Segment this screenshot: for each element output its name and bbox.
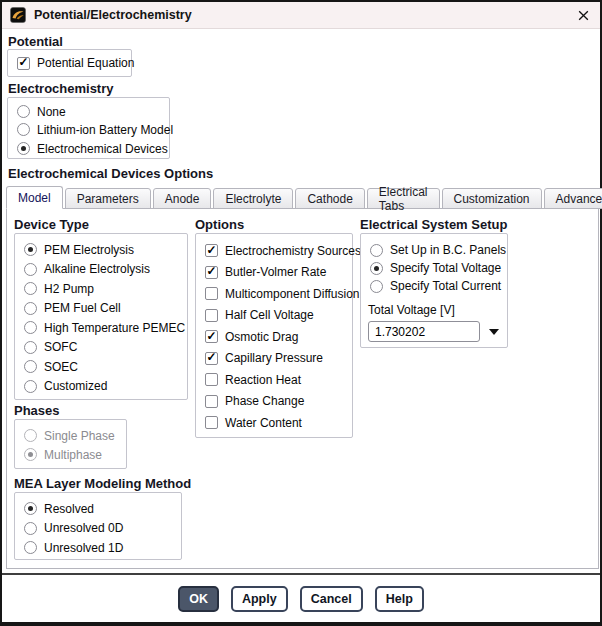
- device-option-customized[interactable]: Customized: [15, 377, 187, 397]
- device-type-groupbox: PEM Electrolysis Alkaline Electrolysis H…: [14, 233, 188, 400]
- help-button[interactable]: Help: [375, 586, 424, 612]
- total-voltage-dropdown[interactable]: [489, 329, 499, 335]
- apply-button[interactable]: Apply: [231, 586, 288, 612]
- tab-customization[interactable]: Customization: [442, 188, 542, 209]
- lithium-ion-radio[interactable]: [17, 123, 30, 136]
- total-voltage-label: Total Voltage [V]: [368, 303, 455, 317]
- specify-total-current-radio[interactable]: [370, 280, 383, 293]
- fluent-logo-icon: [10, 7, 26, 23]
- tab-advanced[interactable]: Advanced: [544, 188, 602, 209]
- total-voltage-input[interactable]: [368, 321, 480, 342]
- footer-separator: [2, 573, 600, 575]
- multicomponent-diffusion-checkbox[interactable]: [205, 287, 218, 300]
- unresolved-1d-radio[interactable]: [24, 541, 37, 554]
- specify-total-voltage-radio[interactable]: [370, 262, 383, 275]
- resolved-radio[interactable]: [24, 502, 37, 515]
- device-option-pem-fuel-cell[interactable]: PEM Fuel Cell: [15, 299, 187, 319]
- device-option-pem-electrolysis[interactable]: PEM Electrolysis: [15, 240, 187, 260]
- electrochemistry-sources-checkbox[interactable]: [205, 244, 218, 257]
- h2-pump-radio[interactable]: [24, 282, 37, 295]
- title-bar: Potential/Electrochemistry: [2, 2, 600, 29]
- phases-option-single-phase: Single Phase: [15, 426, 126, 445]
- dialog-title: Potential/Electrochemistry: [34, 8, 566, 22]
- close-icon: [577, 9, 590, 22]
- option-reaction-heat[interactable]: Reaction Heat: [196, 369, 352, 391]
- total-voltage-row: [368, 321, 500, 342]
- high-temperature-pemec-radio[interactable]: [24, 321, 37, 334]
- tab-parameters[interactable]: Parameters: [65, 188, 151, 209]
- phase-change-checkbox[interactable]: [205, 395, 218, 408]
- unresolved-0d-radio[interactable]: [24, 522, 37, 535]
- option-capillary-pressure[interactable]: Capillary Pressure: [196, 348, 352, 370]
- capillary-pressure-checkbox[interactable]: [205, 352, 218, 365]
- multiphase-radio: [24, 448, 37, 461]
- pem-fuel-cell-radio[interactable]: [24, 302, 37, 315]
- potential-electrochemistry-dialog: Potential/Electrochemistry Potential Pot…: [0, 0, 602, 626]
- footer-button-row: OK Apply Cancel Help: [2, 586, 600, 612]
- potential-equation-row[interactable]: Potential Equation: [8, 50, 131, 76]
- customized-radio[interactable]: [24, 380, 37, 393]
- potential-heading: Potential: [8, 34, 63, 49]
- bc-panels-radio[interactable]: [370, 244, 383, 257]
- device-option-soec[interactable]: SOEC: [15, 357, 187, 377]
- tab-electrical-tabs[interactable]: Electrical Tabs: [367, 188, 440, 209]
- device-option-alkaline-electrolysis[interactable]: Alkaline Electrolysis: [15, 260, 187, 280]
- reaction-heat-checkbox[interactable]: [205, 373, 218, 386]
- electrochemistry-heading: Electrochemistry: [8, 81, 114, 96]
- device-option-sofc[interactable]: SOFC: [15, 338, 187, 358]
- tab-cathode[interactable]: Cathode: [295, 188, 364, 209]
- phases-heading: Phases: [14, 403, 60, 418]
- option-osmotic-drag[interactable]: Osmotic Drag: [196, 326, 352, 348]
- electrical-system-setup-heading: Electrical System Setup: [360, 217, 507, 232]
- pem-electrolysis-radio[interactable]: [24, 243, 37, 256]
- phases-option-multiphase: Multiphase: [15, 445, 126, 464]
- chevron-down-icon: [489, 329, 499, 335]
- tab-model[interactable]: Model: [6, 186, 63, 209]
- soec-radio[interactable]: [24, 360, 37, 373]
- options-groupbox: Electrochemistry Sources Butler-Volmer R…: [195, 233, 353, 438]
- option-butler-volmer-rate[interactable]: Butler-Volmer Rate: [196, 262, 352, 284]
- device-type-heading: Device Type: [14, 217, 89, 232]
- option-multicomponent-diffusion[interactable]: Multicomponent Diffusion: [196, 283, 352, 305]
- devices-options-tab-bar: Model Parameters Anode Electrolyte Catho…: [6, 186, 595, 209]
- electrochemistry-groupbox: None Lithium-ion Battery Model Electroch…: [7, 97, 170, 159]
- devices-options-heading: Electrochemical Devices Options: [8, 166, 213, 181]
- water-content-checkbox[interactable]: [205, 416, 218, 429]
- electrochemistry-option-electrochemical-devices[interactable]: Electrochemical Devices: [8, 139, 169, 158]
- cancel-button[interactable]: Cancel: [300, 586, 363, 612]
- ok-button[interactable]: OK: [178, 586, 219, 612]
- option-electrochemistry-sources[interactable]: Electrochemistry Sources: [196, 240, 352, 262]
- options-heading: Options: [195, 217, 244, 232]
- mea-option-resolved[interactable]: Resolved: [15, 499, 181, 519]
- electrical-option-specify-total-current[interactable]: Specify Total Current: [361, 277, 507, 295]
- mea-option-unresolved-0d[interactable]: Unresolved 0D: [15, 519, 181, 539]
- sofc-radio[interactable]: [24, 341, 37, 354]
- mea-layer-groupbox: Resolved Unresolved 0D Unresolved 1D: [14, 492, 182, 560]
- electrochemical-devices-radio[interactable]: [17, 142, 30, 155]
- osmotic-drag-checkbox[interactable]: [205, 330, 218, 343]
- potential-groupbox: Potential Equation: [7, 49, 132, 77]
- close-button[interactable]: [574, 6, 592, 24]
- electrochemistry-option-lithium-ion[interactable]: Lithium-ion Battery Model: [8, 120, 169, 139]
- half-cell-voltage-checkbox[interactable]: [205, 309, 218, 322]
- electrical-option-bc-panels[interactable]: Set Up in B.C. Panels: [361, 241, 507, 259]
- tab-electrolyte[interactable]: Electrolyte: [213, 188, 293, 209]
- electrochemistry-option-none[interactable]: None: [8, 103, 169, 120]
- device-option-high-temperature-pemec[interactable]: High Temperature PEMEC: [15, 318, 187, 338]
- device-option-h2-pump[interactable]: H2 Pump: [15, 279, 187, 299]
- option-half-cell-voltage[interactable]: Half Cell Voltage: [196, 305, 352, 327]
- alkaline-electrolysis-radio[interactable]: [24, 263, 37, 276]
- option-phase-change[interactable]: Phase Change: [196, 391, 352, 413]
- none-radio[interactable]: [17, 105, 30, 118]
- potential-equation-checkbox[interactable]: [17, 57, 30, 70]
- tab-anode[interactable]: Anode: [153, 188, 212, 209]
- single-phase-radio: [24, 429, 37, 442]
- mea-option-unresolved-1d[interactable]: Unresolved 1D: [15, 538, 181, 558]
- electrical-option-specify-total-voltage[interactable]: Specify Total Voltage: [361, 259, 507, 277]
- option-water-content[interactable]: Water Content: [196, 412, 352, 434]
- phases-groupbox: Single Phase Multiphase: [14, 419, 127, 469]
- mea-layer-heading: MEA Layer Modeling Method: [14, 476, 191, 491]
- butler-volmer-rate-checkbox[interactable]: [205, 266, 218, 279]
- potential-equation-label: Potential Equation: [37, 56, 134, 70]
